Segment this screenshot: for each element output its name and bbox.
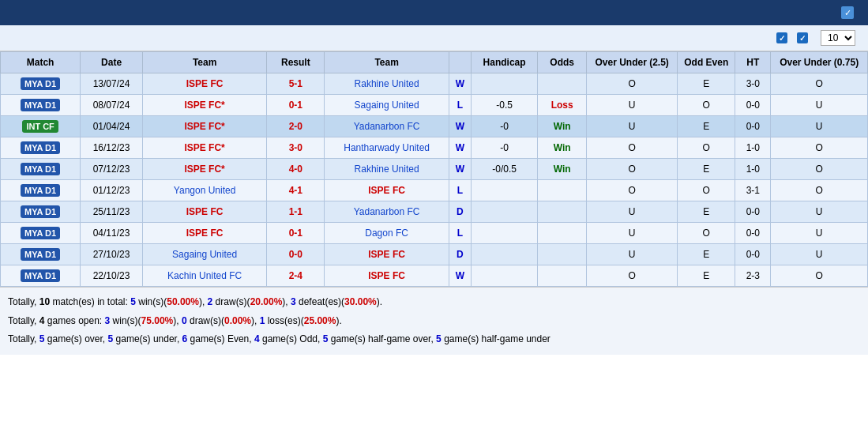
cell-date: 07/12/23: [81, 159, 143, 180]
cell-wdl: L: [449, 223, 471, 244]
cell-oe: E: [678, 265, 735, 287]
cell-oe: E: [678, 116, 735, 137]
cell-team1: ISPE FC: [142, 201, 266, 223]
header-ou075: Over Under (0.75): [771, 52, 868, 73]
cell-oe: O: [678, 95, 735, 116]
cell-ou075: U: [771, 116, 868, 137]
table-header-row: Match Date Team Result Team Handicap Odd…: [1, 52, 868, 73]
cell-wdl: W: [449, 159, 471, 180]
cell-league: MYA D1: [1, 159, 81, 180]
cell-ou075: U: [771, 201, 868, 223]
cell-odds: Win: [538, 116, 587, 137]
cell-ou075: U: [771, 95, 868, 116]
table-row: MYA D1 13/07/24 ISPE FC 5-1 Rakhine Unit…: [1, 73, 868, 95]
cell-ou075: O: [771, 265, 868, 287]
cell-result: 4-0: [267, 159, 325, 180]
cell-result: 5-1: [267, 73, 325, 95]
int-cf-filter[interactable]: ✓: [776, 32, 791, 43]
cell-odds: [538, 73, 587, 95]
cell-ou25: U: [587, 223, 678, 244]
header-date: Date: [81, 52, 143, 73]
cell-ou075: O: [771, 180, 868, 201]
int-cf-checkbox[interactable]: ✓: [776, 32, 787, 43]
cell-ou075: U: [771, 244, 868, 265]
summary-line1: Totally, 10 match(es) in total: 5 win(s)…: [8, 294, 860, 311]
cell-handicap: -0: [471, 137, 537, 159]
table-row: MYA D1 22/10/23 Kachin United FC 2-4 ISP…: [1, 265, 868, 287]
cell-ht: 2-3: [735, 265, 771, 287]
header-handicap: Handicap: [471, 52, 537, 73]
cell-team1: ISPE FC*: [142, 137, 266, 159]
display-notes-checkmark: ✓: [841, 6, 854, 19]
header-ou25: Over Under (2.5): [587, 52, 678, 73]
cell-handicap: -0/0.5: [471, 159, 537, 180]
cell-ht: 3-0: [735, 73, 771, 95]
cell-result: 3-0: [267, 137, 325, 159]
header-odds: Odds: [538, 52, 587, 73]
cell-team1: ISPE FC*: [142, 95, 266, 116]
header-match: Match: [1, 52, 81, 73]
cell-ht: 1-0: [735, 137, 771, 159]
games-select[interactable]: 5 10 15 20 25: [821, 30, 855, 46]
cell-ht: 0-0: [735, 223, 771, 244]
cell-ou075: O: [771, 137, 868, 159]
cell-date: 27/10/23: [81, 244, 143, 265]
mya-d1-filter[interactable]: ✓: [797, 32, 811, 43]
cell-ht: 0-0: [735, 201, 771, 223]
cell-oe: O: [678, 223, 735, 244]
cell-date: 22/10/23: [81, 265, 143, 287]
cell-oe: E: [678, 244, 735, 265]
cell-result: 0-0: [267, 244, 325, 265]
filter-bar: ✓ ✓ 5 10 15 20 25: [0, 25, 868, 51]
cell-ou25: U: [587, 116, 678, 137]
cell-oe: E: [678, 73, 735, 95]
cell-team2: Dagon FC: [325, 223, 449, 244]
cell-team2: Yadanarbon FC: [325, 116, 449, 137]
cell-wdl: W: [449, 265, 471, 287]
cell-league: MYA D1: [1, 180, 81, 201]
cell-date: 13/07/24: [81, 73, 143, 95]
cell-team2: Yadanarbon FC: [325, 201, 449, 223]
cell-ou075: O: [771, 73, 868, 95]
cell-date: 01/12/23: [81, 180, 143, 201]
cell-handicap: [471, 180, 537, 201]
cell-team1: ISPE FC*: [142, 116, 266, 137]
summary-line3: Totally, 5 game(s) over, 5 game(s) under…: [8, 331, 860, 348]
cell-team2: ISPE FC: [325, 265, 449, 287]
cell-ht: 0-0: [735, 244, 771, 265]
cell-ou25: U: [587, 201, 678, 223]
cell-date: 25/11/23: [81, 201, 143, 223]
cell-odds: Loss: [538, 95, 587, 116]
cell-league: MYA D1: [1, 265, 81, 287]
cell-ou25: O: [587, 137, 678, 159]
cell-team2: Rakhine United: [325, 159, 449, 180]
cell-odds: [538, 201, 587, 223]
cell-handicap: [471, 244, 537, 265]
table-row: MYA D1 27/10/23 Sagaing United 0-0 ISPE …: [1, 244, 868, 265]
header-team1: Team: [142, 52, 266, 73]
cell-oe: E: [678, 201, 735, 223]
cell-team2: Rakhine United: [325, 73, 449, 95]
cell-result: 2-4: [267, 265, 325, 287]
mya-d1-checkbox[interactable]: ✓: [797, 32, 808, 43]
cell-result: 4-1: [267, 180, 325, 201]
cell-result: 1-1: [267, 201, 325, 223]
cell-team1: Sagaing United: [142, 244, 266, 265]
cell-oe: E: [678, 159, 735, 180]
cell-oe: O: [678, 137, 735, 159]
cell-odds: [538, 223, 587, 244]
display-notes-container[interactable]: ✓: [841, 6, 859, 19]
header-ht: HT: [735, 52, 771, 73]
table-row: MYA D1 08/07/24 ISPE FC* 0-1 Sagaing Uni…: [1, 95, 868, 116]
table-row: MYA D1 07/12/23 ISPE FC* 4-0 Rakhine Uni…: [1, 159, 868, 180]
cell-ou25: O: [587, 73, 678, 95]
table-row: MYA D1 16/12/23 ISPE FC* 3-0 Hantharwady…: [1, 137, 868, 159]
cell-handicap: -0.5: [471, 95, 537, 116]
cell-team1: Kachin United FC: [142, 265, 266, 287]
cell-ou075: O: [771, 159, 868, 180]
header-oe: Odd Even: [678, 52, 735, 73]
cell-league: MYA D1: [1, 73, 81, 95]
cell-team1: ISPE FC*: [142, 159, 266, 180]
table-row: MYA D1 01/12/23 Yangon United 4-1 ISPE F…: [1, 180, 868, 201]
cell-team2: Sagaing United: [325, 95, 449, 116]
